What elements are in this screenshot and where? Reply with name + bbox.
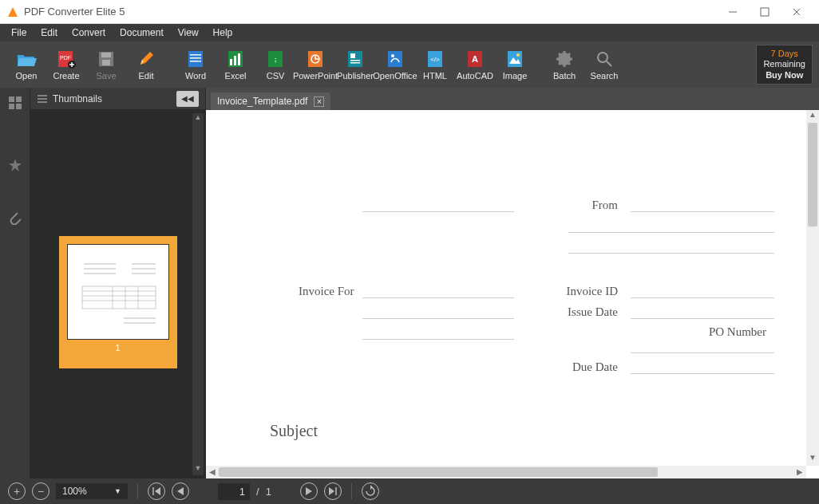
scroll-right-icon[interactable]: ▶: [793, 466, 806, 478]
scrollbar-thumb[interactable]: [808, 123, 817, 226]
menu-edit[interactable]: Edit: [34, 26, 64, 40]
powerpoint-button[interactable]: PowerPoint: [295, 49, 335, 81]
svg-marker-74: [306, 487, 312, 495]
svg-rect-2: [761, 8, 769, 16]
image-icon: [504, 49, 525, 69]
scroll-down-icon[interactable]: ▼: [806, 453, 819, 466]
image-button[interactable]: Image: [495, 49, 535, 81]
workspace: Thumbnails ◀◀: [0, 88, 819, 478]
next-page-button[interactable]: [300, 482, 318, 500]
menu-view[interactable]: View: [172, 26, 205, 40]
menu-convert[interactable]: Convert: [65, 26, 112, 40]
svg-text:;: ;: [275, 56, 277, 63]
batch-button[interactable]: Batch: [544, 49, 584, 81]
svg-rect-29: [350, 60, 360, 61]
label-invoice-for: Invoice For: [299, 285, 354, 298]
page-input[interactable]: 1: [218, 483, 250, 500]
maximize-button[interactable]: [749, 1, 781, 23]
word-icon: [185, 49, 206, 69]
document-tabs: Invoice_Template.pdf ×: [206, 88, 819, 110]
edit-button[interactable]: Edit: [126, 49, 166, 81]
minimize-button[interactable]: [717, 1, 749, 23]
thumbnail-page-number: 1: [67, 343, 169, 352]
document-view: From Invoice For Invoice ID Issue Date P…: [206, 110, 819, 478]
close-button[interactable]: [781, 1, 813, 23]
svg-text:</>: </>: [430, 56, 440, 63]
open-button[interactable]: Open: [6, 49, 46, 81]
label-invoice-id: Invoice ID: [566, 285, 618, 298]
menu-help[interactable]: Help: [207, 26, 239, 40]
html-icon: </>: [425, 49, 445, 69]
svg-rect-21: [234, 56, 236, 65]
word-button[interactable]: Word: [176, 49, 216, 81]
svg-point-46: [598, 53, 607, 62]
svg-marker-73: [177, 487, 184, 495]
page-total: 1: [266, 486, 271, 498]
svg-rect-16: [190, 54, 201, 56]
svg-marker-52: [9, 159, 22, 171]
create-button[interactable]: PDFCreate: [46, 49, 86, 81]
svg-rect-28: [350, 53, 355, 58]
zoom-dropdown[interactable]: 100%▼: [56, 483, 128, 499]
trial-notice[interactable]: 7 Days Remaining Buy Now: [756, 45, 813, 85]
app-logo-icon: [6, 6, 19, 18]
scroll-down-icon[interactable]: ▼: [192, 464, 204, 475]
svg-marker-75: [329, 487, 334, 495]
svg-marker-72: [155, 487, 160, 495]
vertical-scrollbar[interactable]: ▲ ▼: [806, 110, 819, 466]
horizontal-scrollbar[interactable]: ◀ ▶: [206, 466, 806, 478]
scroll-left-icon[interactable]: ◀: [206, 466, 219, 478]
thumbnails-body: 1 ▲ ▼: [30, 110, 205, 478]
scroll-up-icon[interactable]: ▲: [192, 113, 204, 124]
pencil-icon: [136, 49, 156, 69]
label-issue-date: Issue Date: [568, 305, 618, 319]
zoom-in-button[interactable]: +: [8, 482, 26, 500]
excel-icon: [225, 49, 246, 69]
publisher-button[interactable]: Publisher: [335, 49, 375, 81]
trial-buy: Buy Now: [763, 70, 805, 81]
svg-rect-22: [238, 53, 240, 65]
collapse-panel-button[interactable]: ◀◀: [176, 91, 199, 107]
document-content[interactable]: From Invoice For Invoice ID Issue Date P…: [206, 110, 806, 466]
document-tab[interactable]: Invoice_Template.pdf ×: [211, 93, 330, 110]
svg-text:PDF: PDF: [60, 55, 71, 61]
csv-button[interactable]: ;CSV: [255, 49, 295, 81]
svg-point-32: [391, 54, 394, 57]
save-icon: [96, 49, 117, 69]
excel-button[interactable]: Excel: [216, 49, 255, 81]
autocad-button[interactable]: AAutoCAD: [455, 49, 495, 81]
thumbnails-scrollbar[interactable]: ▲ ▼: [192, 113, 204, 475]
svg-rect-15: [188, 51, 203, 67]
prev-page-button[interactable]: [172, 482, 189, 500]
scroll-up-icon[interactable]: ▲: [806, 110, 819, 123]
toolbar: Open PDFCreate Save Edit Word Excel ;CSV…: [0, 41, 819, 88]
autocad-icon: A: [465, 49, 485, 69]
label-subject: Subject: [270, 422, 774, 440]
first-page-button[interactable]: [148, 482, 165, 500]
grid-view-icon[interactable]: [5, 93, 26, 113]
save-button[interactable]: Save: [86, 49, 126, 81]
trial-remaining: Remaining: [763, 59, 805, 69]
openoffice-button[interactable]: OpenOffice: [375, 49, 415, 81]
scrollbar-thumb[interactable]: [219, 467, 658, 477]
rotate-button[interactable]: [362, 482, 379, 500]
svg-marker-77: [370, 485, 373, 490]
last-page-button[interactable]: [324, 482, 342, 500]
powerpoint-icon: [305, 49, 326, 69]
search-button[interactable]: Search: [584, 49, 624, 81]
attachment-icon[interactable]: [5, 207, 26, 228]
menu-file[interactable]: File: [5, 26, 33, 40]
search-icon: [594, 49, 615, 69]
thumbnails-panel: Thumbnails ◀◀: [30, 88, 206, 478]
create-pdf-icon: PDF: [56, 49, 77, 69]
svg-rect-62: [82, 286, 156, 309]
bookmark-icon[interactable]: [5, 155, 26, 175]
csv-icon: ;: [265, 49, 286, 69]
svg-rect-18: [190, 61, 201, 62]
folder-open-icon: [16, 49, 37, 69]
tab-close-button[interactable]: ×: [314, 96, 324, 107]
zoom-out-button[interactable]: −: [32, 482, 49, 500]
menu-document[interactable]: Document: [113, 26, 170, 40]
thumbnail-page-1[interactable]: 1: [59, 236, 177, 368]
html-button[interactable]: </>HTML: [415, 49, 455, 81]
